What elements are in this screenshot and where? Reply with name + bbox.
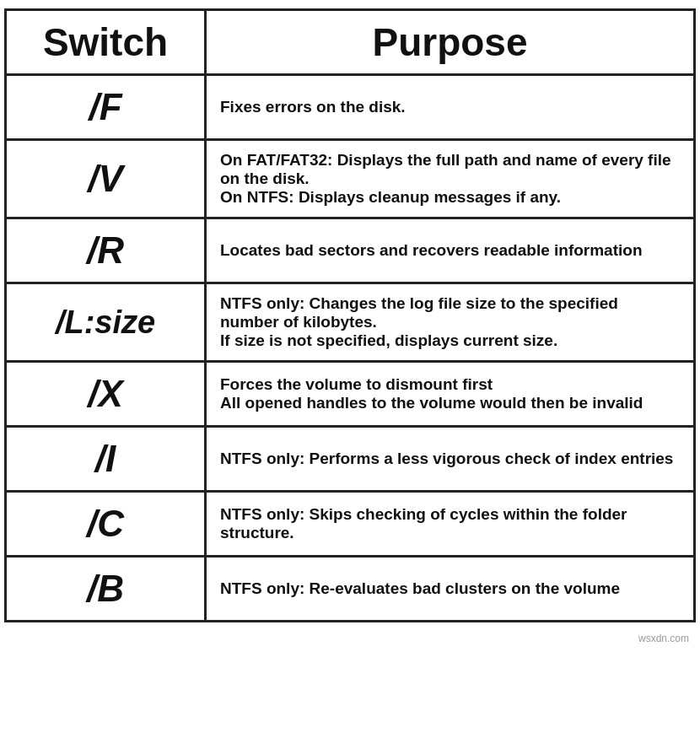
purpose-cell: Forces the volume to dismount firstAll o… bbox=[207, 363, 693, 425]
table-row: /FFixes errors on the disk. bbox=[7, 76, 693, 141]
switch-cell: /R bbox=[7, 219, 207, 282]
switch-cell: /I bbox=[7, 428, 207, 490]
table-row: /VOn FAT/FAT32: Displays the full path a… bbox=[7, 141, 693, 219]
switch-cell: /C bbox=[7, 493, 207, 555]
switch-value: /B bbox=[87, 568, 124, 610]
table-row: /XForces the volume to dismount firstAll… bbox=[7, 363, 693, 428]
watermark: wsxdn.com bbox=[4, 631, 696, 646]
switch-value: /X bbox=[88, 373, 123, 415]
table-row: /INTFS only: Performs a less vigorous ch… bbox=[7, 428, 693, 493]
table-row: /L:sizeNTFS only: Changes the log file s… bbox=[7, 284, 693, 363]
switch-value: /L:size bbox=[56, 304, 155, 341]
purpose-cell: Locates bad sectors and recovers readabl… bbox=[207, 219, 693, 282]
table-rows-container: /FFixes errors on the disk./VOn FAT/FAT3… bbox=[7, 76, 693, 620]
switch-cell: /V bbox=[7, 141, 207, 217]
switch-value: /F bbox=[89, 86, 121, 128]
switch-value: /V bbox=[88, 158, 123, 200]
purpose-cell: NTFS only: Skips checking of cycles with… bbox=[207, 493, 693, 555]
switch-cell: /F bbox=[7, 76, 207, 138]
switch-value: /C bbox=[87, 503, 124, 545]
purpose-cell: NTFS only: Re-evaluates bad clusters on … bbox=[207, 558, 693, 620]
header-purpose: Purpose bbox=[207, 11, 693, 73]
switch-value: /I bbox=[95, 438, 116, 480]
purpose-cell: NTFS only: Performs a less vigorous chec… bbox=[207, 428, 693, 490]
purpose-cell: On FAT/FAT32: Displays the full path and… bbox=[207, 141, 693, 217]
table-row: /BNTFS only: Re-evaluates bad clusters o… bbox=[7, 558, 693, 620]
switch-cell: /B bbox=[7, 558, 207, 620]
switch-cell: /X bbox=[7, 363, 207, 425]
switch-cell: /L:size bbox=[7, 284, 207, 360]
table-row: /CNTFS only: Skips checking of cycles wi… bbox=[7, 493, 693, 558]
switch-value: /R bbox=[87, 229, 124, 272]
purpose-cell: Fixes errors on the disk. bbox=[207, 76, 693, 138]
purpose-cell: NTFS only: Changes the log file size to … bbox=[207, 284, 693, 360]
chkdsk-table: Switch Purpose /FFixes errors on the dis… bbox=[4, 8, 696, 622]
header-switch: Switch bbox=[7, 11, 207, 73]
table-header: Switch Purpose bbox=[7, 11, 693, 76]
table-row: /RLocates bad sectors and recovers reada… bbox=[7, 219, 693, 284]
